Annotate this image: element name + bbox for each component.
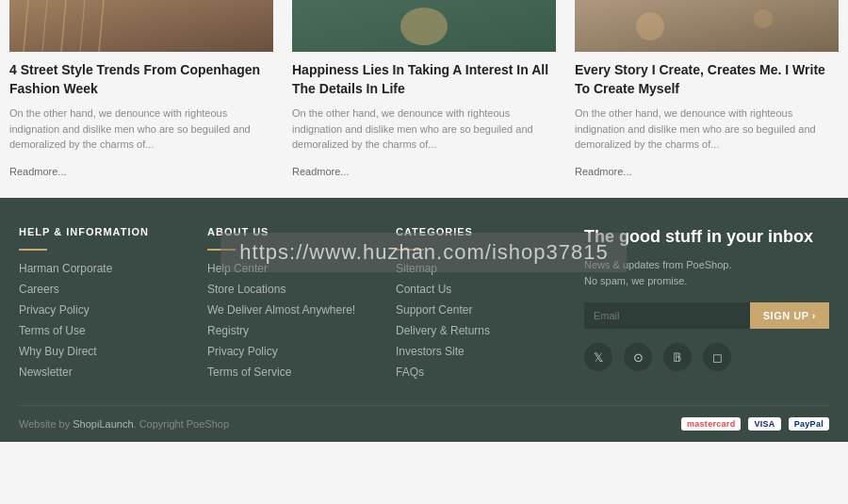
footer: HELP & INFORMATION Harman Corporate Care… xyxy=(0,198,848,442)
twitter-icon[interactable]: 𝕏 xyxy=(584,343,612,371)
footer-about-title: ABOUT US xyxy=(207,226,396,237)
footer-link-privacy2[interactable]: Privacy Policy xyxy=(207,345,396,358)
footer-link-harman[interactable]: Harman Corporate xyxy=(19,262,207,275)
article-card-3: Every Story I Create, Creates Me. I Writ… xyxy=(575,0,839,179)
svg-point-12 xyxy=(636,12,664,41)
article-image-3 xyxy=(575,0,839,52)
article-excerpt-2: On the other hand, we denounce with righ… xyxy=(292,106,556,153)
footer-link-sitemap[interactable]: Sitemap xyxy=(396,262,584,275)
footer-bottom-suffix: . Copyright PoeShop xyxy=(134,418,230,430)
footer-link-support[interactable]: Support Center xyxy=(396,303,584,317)
article-title-2: Happiness Lies In Taking A Interest In A… xyxy=(292,61,556,98)
newsletter-subtitle-line1: News & updates from PoeShop. xyxy=(584,259,732,270)
newsletter-subtitle-line2: No spam, we promise. xyxy=(584,275,687,286)
visa-badge: VISA xyxy=(748,417,780,431)
newsletter-form: SIGN UP › xyxy=(584,302,829,329)
footer-help-title: HELP & INFORMATION xyxy=(19,226,207,237)
footer-link-newsletter[interactable]: Newsletter xyxy=(19,366,207,379)
instagram-icon[interactable]: ◻ xyxy=(703,343,731,371)
footer-link-deliver[interactable]: We Deliver Almost Anywhere! xyxy=(207,303,396,317)
article-title-3: Every Story I Create, Creates Me. I Writ… xyxy=(575,61,839,98)
footer-link-faqs[interactable]: FAQs xyxy=(396,366,584,379)
svg-rect-1 xyxy=(9,0,273,52)
footer-col-about: ABOUT US Help Center Store Locations We … xyxy=(207,226,396,386)
article-readmore-1[interactable]: Readmore... xyxy=(9,166,67,177)
footer-copyright: Website by ShopiLaunch. Copyright PoeSho… xyxy=(19,418,229,430)
article-readmore-3[interactable]: Readmore... xyxy=(575,166,632,177)
articles-section: 4 Street Style Trends From Copenhagen Fa… xyxy=(0,0,848,198)
footer-link-stores[interactable]: Store Locations xyxy=(207,283,396,296)
mastercard-badge: mastercard xyxy=(681,417,742,431)
footer-col-help: HELP & INFORMATION Harman Corporate Care… xyxy=(19,226,207,386)
svg-point-13 xyxy=(754,9,773,28)
footer-link-helpcenter[interactable]: Help Center xyxy=(207,262,396,275)
footer-brand-link[interactable]: ShopiLaunch xyxy=(73,418,133,430)
footer-link-investors[interactable]: Investors Site xyxy=(396,345,584,358)
article-excerpt-3: On the other hand, we denounce with righ… xyxy=(575,106,839,153)
newsletter-subtitle: News & updates from PoeShop. No spam, we… xyxy=(584,257,829,288)
paypal-badge: PayPal xyxy=(789,417,829,431)
payment-icons: mastercard VISA PayPal xyxy=(681,417,829,431)
footer-col-categories: CATEGORIES Sitemap Contact Us Support Ce… xyxy=(396,226,584,386)
newsletter-email-input[interactable] xyxy=(584,302,750,329)
social-icons-row: 𝕏 ⊙ 𝔹 ◻ xyxy=(584,343,829,371)
newsletter-signup-button[interactable]: SIGN UP › xyxy=(750,302,829,329)
footer-help-divider xyxy=(19,249,47,251)
footer-about-divider xyxy=(207,249,236,251)
footer-top: HELP & INFORMATION Harman Corporate Care… xyxy=(19,226,829,405)
dribbble-icon[interactable]: ⊙ xyxy=(624,343,652,371)
svg-rect-11 xyxy=(575,0,839,52)
newsletter-title: The good stuff in your inbox xyxy=(584,226,829,248)
article-image-2 xyxy=(292,0,556,52)
svg-point-9 xyxy=(400,8,448,45)
article-excerpt-1: On the other hand, we denounce with righ… xyxy=(9,106,273,153)
article-title-1: 4 Street Style Trends From Copenhagen Fa… xyxy=(9,61,273,98)
footer-categories-title: CATEGORIES xyxy=(396,226,584,237)
article-image-1 xyxy=(9,0,273,52)
footer-link-tos[interactable]: Terms of Service xyxy=(207,366,396,379)
footer-link-registry[interactable]: Registry xyxy=(207,324,396,337)
footer-link-careers[interactable]: Careers xyxy=(19,283,207,296)
footer-bottom: Website by ShopiLaunch. Copyright PoeSho… xyxy=(19,405,829,442)
footer-link-delivery[interactable]: Delivery & Returns xyxy=(396,324,584,337)
footer-link-why-buy[interactable]: Why Buy Direct xyxy=(19,345,207,358)
article-card-1: 4 Street Style Trends From Copenhagen Fa… xyxy=(9,0,273,179)
footer-link-terms[interactable]: Terms of Use xyxy=(19,324,207,337)
footer-col-newsletter: The good stuff in your inbox News & upda… xyxy=(584,226,829,386)
footer-link-privacy[interactable]: Privacy Policy xyxy=(19,303,207,317)
article-card-2: Happiness Lies In Taking A Interest In A… xyxy=(292,0,556,179)
article-readmore-2[interactable]: Readmore... xyxy=(292,166,350,177)
footer-link-contact[interactable]: Contact Us xyxy=(396,283,584,296)
footer-categories-divider xyxy=(396,249,424,251)
behance-icon[interactable]: 𝔹 xyxy=(663,343,692,371)
footer-bottom-prefix: Website by xyxy=(19,418,73,430)
